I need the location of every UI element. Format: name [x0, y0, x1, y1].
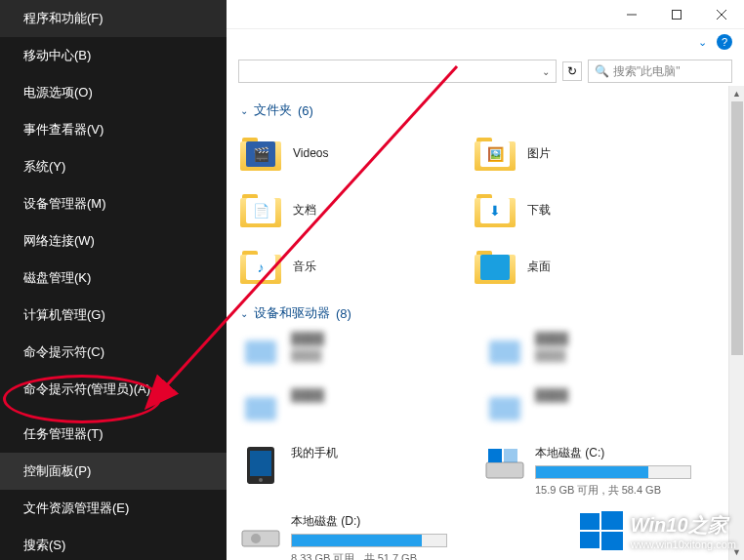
menu-programs[interactable]: 程序和功能(F)	[0, 0, 227, 37]
menu-search[interactable]: 搜索(S)	[0, 527, 227, 560]
scroll-track[interactable]	[729, 101, 744, 544]
folder-label: 桌面	[527, 259, 551, 275]
menu-eventviewer[interactable]: 事件查看器(V)	[0, 111, 227, 148]
menu-compmgmt[interactable]: 计算机管理(G)	[0, 297, 227, 334]
refresh-button[interactable]: ↻	[562, 61, 582, 81]
folder-label: 下载	[527, 202, 551, 219]
folders-count: (6)	[298, 103, 313, 118]
drives-count: (8)	[336, 306, 351, 321]
menu-file-explorer[interactable]: 文件资源管理器(E)	[0, 490, 227, 527]
svg-rect-5	[489, 340, 520, 364]
folder-label: 音乐	[293, 259, 316, 275]
svg-point-10	[259, 478, 263, 482]
menu-control-panel[interactable]: 控制面板(P)	[0, 453, 227, 490]
svg-point-15	[251, 534, 261, 543]
address-bar-row: ⌄ ↻ 🔍 搜索"此电脑"	[227, 55, 744, 88]
menu-cmd[interactable]: 命令提示符(C)	[0, 334, 227, 371]
drives-section-header[interactable]: ⌄ 设备和驱动器 (8)	[240, 304, 730, 322]
drives-grid: ████████ ████████ ████ ████ 我的手机	[240, 332, 730, 560]
help-icon[interactable]: ?	[717, 34, 732, 50]
close-button[interactable]	[699, 0, 744, 29]
svg-rect-9	[250, 451, 271, 476]
folder-label: 文档	[293, 202, 316, 219]
drives-title: 设备和驱动器	[254, 304, 330, 322]
minimize-button[interactable]	[609, 0, 654, 29]
search-placeholder: 搜索"此电脑"	[613, 63, 681, 80]
svg-rect-7	[489, 397, 520, 420]
scroll-thumb[interactable]	[731, 101, 743, 355]
drive-stat: 15.9 GB 可用 , 共 58.4 GB	[535, 483, 709, 498]
svg-rect-1	[673, 10, 682, 19]
menu-mobility[interactable]: 移动中心(B)	[0, 37, 227, 74]
collapse-icon: ⌄	[240, 308, 248, 319]
pictures-icon: 🖼️	[475, 136, 516, 171]
address-bar[interactable]: ⌄	[238, 60, 557, 83]
svg-rect-11	[486, 462, 523, 478]
drive-blurred-3[interactable]: ████	[240, 388, 465, 429]
ribbon-help-bar: ⌄ ?	[227, 29, 744, 55]
search-input[interactable]: 🔍 搜索"此电脑"	[588, 60, 732, 83]
folders-section-header[interactable]: ⌄ 文件夹 (6)	[240, 101, 730, 119]
desktop-icon	[475, 249, 516, 284]
drive-blurred-1[interactable]: ████████	[240, 332, 465, 373]
maximize-button[interactable]	[654, 0, 699, 29]
drive-usage-bar	[535, 465, 691, 479]
drive-icon	[240, 332, 281, 373]
drive-stat: 8.33 GB 可用 , 共 51.7 GB	[291, 551, 465, 560]
search-icon: 🔍	[595, 64, 609, 78]
music-icon: ♪	[240, 249, 281, 284]
device-phone[interactable]: 我的手机	[240, 445, 465, 498]
ribbon-chevron-icon[interactable]: ⌄	[698, 36, 707, 49]
address-dropdown-icon[interactable]: ⌄	[542, 66, 550, 77]
drive-usage-bar	[291, 534, 447, 547]
drive-c[interactable]: 本地磁盘 (C:) 15.9 GB 可用 , 共 58.4 GB	[484, 445, 709, 498]
drive-icon	[484, 388, 525, 429]
drive-blurred-4[interactable]: ████	[484, 388, 709, 429]
disk-icon	[240, 513, 281, 554]
folders-title: 文件夹	[254, 101, 292, 119]
folder-documents[interactable]: 📄 文档	[240, 185, 455, 234]
videos-icon: 🎬	[240, 136, 281, 171]
phone-icon	[240, 445, 281, 486]
disk-icon	[484, 445, 525, 486]
power-user-menu: 程序和功能(F) 移动中心(B) 电源选项(O) 事件查看器(V) 系统(Y) …	[0, 0, 227, 560]
drive-icon	[240, 388, 281, 429]
svg-rect-4	[245, 340, 276, 364]
file-explorer-window: ⌄ ? ⌄ ↻ 🔍 搜索"此电脑" ⌄ 文件夹 (6) 🎬 Videos 🖼️ …	[227, 0, 744, 560]
vertical-scrollbar[interactable]: ▲ ▼	[728, 86, 744, 560]
drive-icon	[484, 332, 525, 373]
titlebar	[227, 0, 744, 29]
scroll-down-icon[interactable]: ▼	[729, 544, 744, 560]
folder-label: 图片	[527, 145, 551, 162]
drive-blurred-2[interactable]: ████████	[484, 332, 709, 373]
svg-rect-13	[504, 449, 517, 462]
folder-videos[interactable]: 🎬 Videos	[240, 129, 455, 178]
drive-name: 本地磁盘 (C:)	[535, 445, 709, 461]
svg-rect-6	[245, 397, 276, 420]
scroll-up-icon[interactable]: ▲	[729, 86, 744, 101]
explorer-content: ⌄ 文件夹 (6) 🎬 Videos 🖼️ 图片 📄 文档 ⬇ 下载 ♪	[227, 88, 744, 560]
menu-taskmgr[interactable]: 任务管理器(T)	[0, 416, 227, 453]
menu-diskmgmt[interactable]: 磁盘管理(K)	[0, 260, 227, 297]
svg-rect-12	[488, 449, 502, 462]
menu-system[interactable]: 系统(Y)	[0, 148, 227, 185]
drive-name: 本地磁盘 (D:)	[291, 513, 465, 530]
menu-devicemgr[interactable]: 设备管理器(M)	[0, 185, 227, 222]
menu-power[interactable]: 电源选项(O)	[0, 74, 227, 111]
collapse-icon: ⌄	[240, 105, 248, 116]
documents-icon: 📄	[240, 192, 281, 227]
downloads-icon: ⬇	[475, 192, 516, 227]
folder-music[interactable]: ♪ 音乐	[240, 242, 455, 291]
folders-grid: 🎬 Videos 🖼️ 图片 📄 文档 ⬇ 下载 ♪ 音乐 桌面	[240, 129, 730, 291]
folder-label: Videos	[293, 146, 328, 160]
folder-desktop[interactable]: 桌面	[475, 242, 689, 291]
folder-pictures[interactable]: 🖼️ 图片	[475, 129, 689, 178]
folder-downloads[interactable]: ⬇ 下载	[475, 185, 689, 234]
menu-network[interactable]: 网络连接(W)	[0, 222, 227, 260]
drive-d[interactable]: 本地磁盘 (D:) 8.33 GB 可用 , 共 51.7 GB	[240, 513, 465, 560]
drive-name: 我的手机	[291, 445, 465, 461]
menu-cmd-admin[interactable]: 命令提示符(管理员)(A)	[0, 371, 227, 408]
